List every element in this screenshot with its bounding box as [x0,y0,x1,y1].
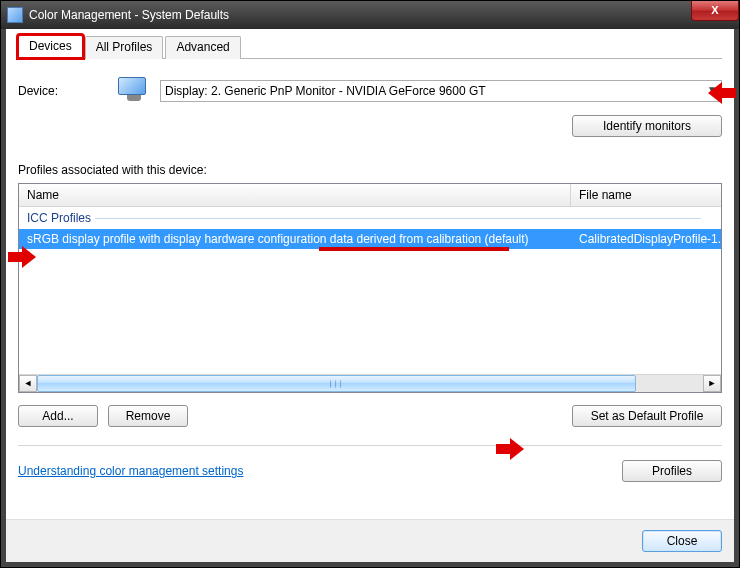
tab-devices-label: Devices [29,39,72,53]
profiles-button[interactable]: Profiles [622,460,722,482]
understanding-link[interactable]: Understanding color management settings [18,464,243,478]
close-icon: X [711,4,718,16]
identify-row: Identify monitors [18,115,722,137]
window-title: Color Management - System Defaults [29,8,229,22]
remove-button-label: Remove [126,409,171,423]
tab-advanced-label: Advanced [176,40,229,54]
profiles-button-label: Profiles [652,464,692,478]
profile-name-cell: sRGB display profile with display hardwa… [19,229,571,249]
annotation-underline [319,247,509,251]
close-dialog-label: Close [667,534,698,548]
tab-strip: Devices All Profiles Advanced [18,35,722,59]
window-frame: Devices All Profiles Advanced Device: Di… [1,29,739,567]
group-icc-profiles: ICC Profiles [19,207,721,229]
set-as-default-button[interactable]: Set as Default Profile [572,405,722,427]
profile-buttons-row: Add... Remove Set as Default Profile [18,405,722,427]
column-name[interactable]: Name [19,184,571,206]
scroll-left-button[interactable]: ◄ [19,375,37,392]
profiles-heading: Profiles associated with this device: [18,163,722,177]
monitor-icon [118,77,150,105]
device-selected-text: Display: 2. Generic PnP Monitor - NVIDIA… [165,84,486,98]
remove-button[interactable]: Remove [108,405,188,427]
list-header: Name File name [19,184,721,207]
close-dialog-button[interactable]: Close [642,530,722,552]
app-icon [7,7,23,23]
identify-monitors-button[interactable]: Identify monitors [572,115,722,137]
separator [18,445,722,446]
title-bar: Color Management - System Defaults X [1,1,739,29]
understanding-link-label: Understanding color management settings [18,464,243,478]
footer: Close [6,519,734,562]
device-dropdown[interactable]: Display: 2. Generic PnP Monitor - NVIDIA… [160,80,722,102]
client-area: Devices All Profiles Advanced Device: Di… [6,29,734,562]
close-button[interactable]: X [691,1,739,21]
column-filename[interactable]: File name [571,184,721,206]
window: Color Management - System Defaults X Dev… [0,0,740,568]
scroll-right-button[interactable]: ► [703,375,721,392]
identify-monitors-label: Identify monitors [603,119,691,133]
list-item[interactable]: sRGB display profile with display hardwa… [19,229,721,249]
horizontal-scrollbar[interactable]: ◄ ∣∣∣ ► [19,374,721,392]
device-label: Device: [18,84,108,98]
add-button-label: Add... [42,409,73,423]
scroll-thumb[interactable]: ∣∣∣ [37,375,636,392]
tab-devices[interactable]: Devices [18,35,83,58]
chevron-down-icon: ▼ [707,84,717,95]
tab-advanced[interactable]: Advanced [165,36,240,59]
list-body: ICC Profiles sRGB display profile with d… [19,207,721,374]
tab-all-profiles[interactable]: All Profiles [85,36,164,59]
device-row: Device: Display: 2. Generic PnP Monitor … [18,77,722,105]
profile-file-cell: CalibratedDisplayProfile-1. [571,229,721,249]
scroll-track[interactable]: ∣∣∣ [37,375,703,392]
group-label: ICC Profiles [27,211,91,225]
bottom-row: Understanding color management settings … [18,460,722,482]
tab-all-profiles-label: All Profiles [96,40,153,54]
add-button[interactable]: Add... [18,405,98,427]
set-as-default-label: Set as Default Profile [591,409,704,423]
profiles-list: Name File name ICC Profiles sRGB display… [18,183,722,393]
